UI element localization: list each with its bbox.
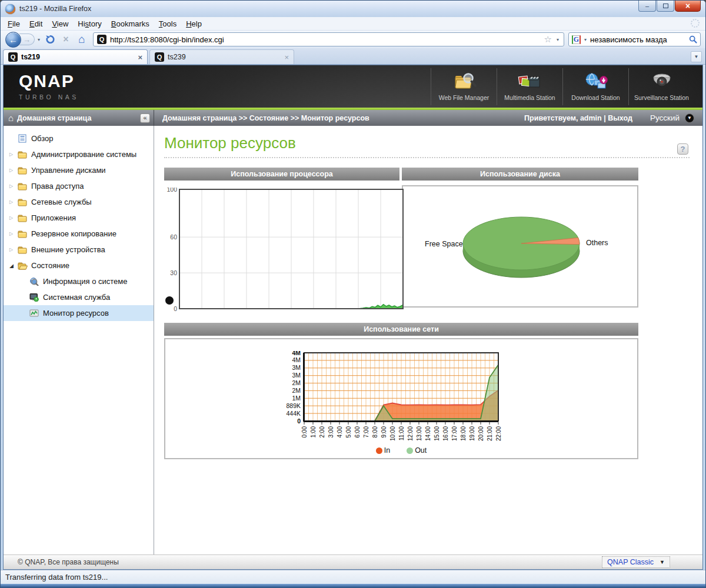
disk-usage-pie: Free SpaceOthers bbox=[402, 185, 638, 308]
sidebar-item[interactable]: ▷Внешние устройства bbox=[4, 242, 154, 258]
tab-ts219[interactable]: Q ts219 × bbox=[3, 49, 148, 64]
reload-button[interactable] bbox=[43, 32, 57, 46]
menu-bookmarks[interactable]: Bookmarks bbox=[106, 18, 154, 29]
sidebar-item-label: Резервное копирование bbox=[31, 229, 116, 238]
sidebar-item[interactable]: ▷Управление дисками bbox=[4, 162, 154, 178]
svg-text:3:00: 3:00 bbox=[328, 426, 334, 438]
sidebar-item[interactable]: ◢Состояние bbox=[4, 258, 154, 273]
maximize-button[interactable] bbox=[657, 1, 674, 12]
copyright-text: © QNAP, Все права защищены bbox=[18, 558, 119, 566]
tab-close-icon[interactable]: × bbox=[138, 53, 142, 62]
svg-text:17:00: 17:00 bbox=[451, 426, 458, 441]
language-selector[interactable]: Русский bbox=[650, 113, 680, 122]
search-engine-dropdown-icon[interactable]: ▾ bbox=[583, 37, 588, 42]
sidebar-item-label: Права доступа bbox=[31, 182, 84, 191]
tab-list-dropdown-icon[interactable]: ▼ bbox=[691, 51, 702, 62]
tab-ts239[interactable]: Q ts239 × bbox=[149, 49, 294, 64]
system-info-icon bbox=[29, 277, 42, 286]
sidebar-header-label: Домашняя страница bbox=[17, 114, 91, 122]
svg-text:6:00: 6:00 bbox=[354, 426, 361, 438]
tree-arrow-icon[interactable]: ▷ bbox=[9, 168, 18, 173]
menu-view[interactable]: View bbox=[47, 18, 73, 29]
menu-edit[interactable]: Edit bbox=[25, 18, 47, 29]
sidebar-collapse-button[interactable]: « bbox=[140, 113, 150, 123]
svg-text:10:00: 10:00 bbox=[389, 426, 396, 441]
folder-open-icon bbox=[18, 262, 30, 270]
menu-history[interactable]: History bbox=[73, 18, 106, 29]
network-usage-panel: Использование сети 4M4M3M3M2M2M1M889K444… bbox=[164, 323, 638, 459]
sidebar-item[interactable]: Системная служба bbox=[4, 289, 154, 305]
folder-icon bbox=[18, 166, 30, 175]
stop-button[interactable]: × bbox=[59, 32, 73, 46]
svg-text:21:00: 21:00 bbox=[487, 426, 493, 441]
theme-select[interactable]: QNAP Classic ▼ bbox=[602, 556, 670, 568]
overview-icon bbox=[18, 134, 30, 143]
status-text: Transferring data from ts219... bbox=[5, 573, 108, 582]
tree-arrow-icon[interactable]: ▷ bbox=[9, 183, 18, 189]
back-button[interactable]: ← bbox=[5, 32, 21, 48]
svg-text:5:00: 5:00 bbox=[345, 426, 352, 438]
bookmark-star-icon[interactable]: ☆ bbox=[544, 34, 552, 45]
breadcrumb: Домашняя страница >> Состояние >> Монито… bbox=[162, 114, 369, 122]
search-icon[interactable] bbox=[689, 35, 697, 44]
theme-select-value: QNAP Classic bbox=[607, 558, 654, 566]
tab-label: ts239 bbox=[168, 53, 186, 61]
forward-button[interactable]: → bbox=[19, 34, 35, 45]
home-button[interactable]: ⌂ bbox=[75, 32, 89, 46]
station-web-file-manager[interactable]: Web File Manager bbox=[431, 68, 497, 105]
tab-bar: Q ts219 × Q ts239 × ▼ bbox=[1, 48, 705, 65]
menu-tools[interactable]: Tools bbox=[154, 18, 181, 29]
tree-arrow-icon[interactable]: ▷ bbox=[9, 152, 18, 157]
station-surveillance[interactable]: Surveillance Station bbox=[628, 68, 694, 105]
folder-icon bbox=[18, 151, 30, 159]
sidebar-item[interactable]: ▷Приложения bbox=[4, 210, 154, 226]
sidebar-item[interactable]: ▷Резервное копирование bbox=[4, 226, 154, 242]
tree-arrow-icon[interactable]: ▷ bbox=[9, 199, 18, 205]
sidebar-item[interactable]: ▷Права доступа bbox=[4, 178, 154, 194]
history-dropdown-icon[interactable]: ▾ bbox=[36, 37, 41, 42]
url-dropdown-icon[interactable]: ▾ bbox=[555, 37, 560, 42]
svg-text:1M: 1M bbox=[292, 395, 301, 402]
svg-text:3M: 3M bbox=[292, 364, 301, 371]
folder-icon bbox=[18, 198, 30, 206]
url-input[interactable]: http://ts219:8080/cgi-bin/index.cgi bbox=[110, 35, 541, 44]
url-bar[interactable]: Q http://ts219:8080/cgi-bin/index.cgi ☆ … bbox=[93, 32, 564, 46]
svg-text:444K: 444K bbox=[286, 410, 301, 417]
menu-file[interactable]: File bbox=[3, 18, 25, 29]
sidebar-item[interactable]: ▷Администрирование системы bbox=[4, 146, 154, 162]
sidebar-item[interactable]: Информация о системе bbox=[4, 273, 154, 289]
web-file-manager-icon bbox=[451, 72, 478, 92]
throbber-icon bbox=[691, 19, 700, 28]
tree-arrow-icon[interactable]: ▷ bbox=[9, 231, 18, 236]
station-download[interactable]: Download Station bbox=[562, 68, 628, 105]
maximize-icon bbox=[663, 4, 668, 8]
sidebar-item[interactable]: Монитор ресурсов bbox=[4, 305, 154, 321]
sidebar-item[interactable]: Обзор bbox=[4, 131, 154, 146]
minimize-button[interactable]: – bbox=[638, 1, 656, 12]
logout-link[interactable]: Выход bbox=[608, 114, 632, 122]
search-input[interactable]: независимость мазда bbox=[590, 35, 687, 44]
close-button[interactable]: × bbox=[675, 1, 701, 12]
svg-text:8:00: 8:00 bbox=[372, 426, 378, 438]
language-dropdown-icon[interactable]: ▼ bbox=[685, 113, 694, 123]
tree-arrow-icon[interactable]: ◢ bbox=[9, 263, 18, 269]
station-label: Surveillance Station bbox=[634, 94, 689, 101]
tab-close-icon[interactable]: × bbox=[284, 53, 289, 62]
tree-arrow-icon[interactable]: ▷ bbox=[9, 215, 18, 220]
sidebar-item[interactable]: ▷Сетевые службы bbox=[4, 194, 154, 210]
folder-icon bbox=[18, 182, 30, 191]
help-button[interactable]: ? bbox=[677, 143, 688, 155]
tree-arrow-icon[interactable]: ▷ bbox=[9, 247, 18, 252]
menu-help[interactable]: Help bbox=[181, 18, 207, 29]
legend-item: In bbox=[376, 446, 390, 455]
title-bar[interactable]: ts219 - Mozilla Firefox – × bbox=[1, 1, 705, 17]
sidebar-item-label: Системная служба bbox=[43, 293, 110, 302]
station-label: Download Station bbox=[571, 94, 620, 101]
svg-text:7:00: 7:00 bbox=[363, 426, 369, 438]
sidebar-item-label: Монитор ресурсов bbox=[43, 309, 109, 318]
sidebar-item-label: Информация о системе bbox=[43, 277, 128, 286]
search-bar[interactable]: G ▾ независимость мазда bbox=[568, 32, 701, 46]
station-multimedia[interactable]: Multimedia Station bbox=[497, 68, 562, 105]
station-label: Multimedia Station bbox=[504, 94, 555, 101]
folder-icon bbox=[18, 230, 30, 238]
